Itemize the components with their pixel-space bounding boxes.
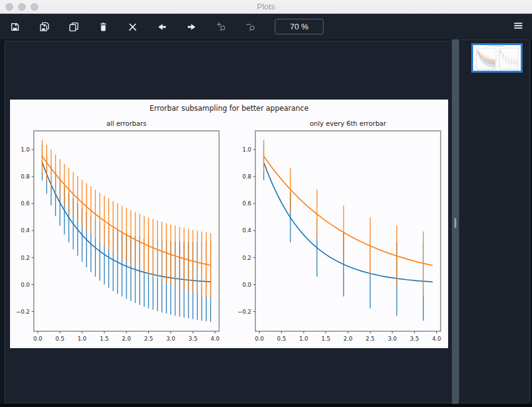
save-plot-button[interactable]	[10, 22, 20, 32]
svg-text:2.0: 2.0	[344, 336, 353, 342]
next-plot-button[interactable]	[187, 22, 197, 32]
pane-splitter[interactable]	[452, 39, 459, 404]
plots-toolbar: 70 %	[0, 14, 532, 39]
svg-text:0.2: 0.2	[21, 255, 29, 261]
svg-text:0.0: 0.0	[255, 336, 264, 342]
svg-text:0.8: 0.8	[21, 173, 30, 180]
options-menu-button[interactable]	[513, 22, 523, 32]
traffic-lights	[6, 3, 38, 11]
svg-text:1.5: 1.5	[321, 336, 330, 342]
svg-text:0.4: 0.4	[21, 227, 30, 234]
svg-text:0.6: 0.6	[21, 200, 30, 207]
svg-text:0.2: 0.2	[242, 255, 251, 261]
save-all-plots-button[interactable]	[39, 22, 49, 32]
previous-plot-button[interactable]	[157, 22, 167, 32]
svg-text:0.5: 0.5	[56, 336, 64, 342]
zoom-in-icon	[216, 21, 227, 32]
window-bottom-edge	[0, 404, 532, 407]
save-icon	[10, 22, 20, 32]
plots-window: Plots 70 %	[0, 0, 532, 407]
minimize-window-button[interactable]	[18, 3, 26, 11]
svg-text:3.5: 3.5	[188, 336, 197, 342]
svg-text:4.0: 4.0	[210, 336, 220, 342]
svg-text:−0.2: −0.2	[16, 309, 30, 315]
svg-text:1.5: 1.5	[100, 336, 108, 342]
svg-text:1.0: 1.0	[299, 336, 309, 342]
svg-text:2.0: 2.0	[122, 336, 131, 342]
svg-text:0.6: 0.6	[242, 200, 252, 207]
svg-text:3.5: 3.5	[410, 336, 419, 342]
arrow-left-icon	[157, 22, 167, 32]
svg-text:1.0: 1.0	[21, 147, 30, 153]
remove-all-plots-button[interactable]	[128, 22, 138, 32]
svg-text:3.0: 3.0	[388, 336, 397, 342]
svg-text:0.5: 0.5	[277, 336, 286, 342]
svg-text:Errorbar subsampling for bette: Errorbar subsampling for better appearan…	[150, 104, 309, 113]
copy-to-clipboard-button[interactable]	[69, 22, 79, 32]
figure-canvas: Errorbar subsampling for better appearan…	[10, 100, 448, 348]
close-all-icon	[128, 22, 138, 32]
svg-text:4.0: 4.0	[432, 336, 441, 342]
window-title: Plots	[0, 2, 532, 11]
svg-text:0.4: 0.4	[242, 227, 252, 234]
svg-text:0.0: 0.0	[242, 282, 252, 288]
svg-text:all errorbars: all errorbars	[106, 120, 146, 127]
zoom-level-input[interactable]: 70 %	[275, 19, 324, 34]
copy-icon	[69, 22, 79, 32]
svg-text:0.8: 0.8	[242, 173, 252, 180]
svg-text:0.0: 0.0	[33, 336, 43, 342]
svg-text:0.0: 0.0	[21, 282, 30, 288]
titlebar: Plots	[0, 0, 532, 14]
zoom-out-icon	[245, 21, 256, 32]
trash-icon	[98, 22, 108, 32]
svg-text:2.5: 2.5	[144, 336, 153, 342]
zoom-in-button[interactable]	[216, 22, 226, 32]
svg-text:−0.2: −0.2	[238, 309, 252, 315]
thumbnails-pane: Errorbar subsampling for better appearan…	[459, 39, 530, 403]
fullscreen-window-button[interactable]	[31, 3, 38, 11]
zoom-out-button[interactable]	[245, 22, 255, 32]
svg-text:1.0: 1.0	[242, 147, 252, 153]
plot-viewer-pane: Errorbar subsampling for better appearan…	[4, 41, 453, 403]
splitter-handle-icon	[454, 218, 456, 228]
save-all-icon	[39, 22, 49, 32]
svg-text:3.0: 3.0	[166, 336, 176, 342]
svg-text:1.0: 1.0	[78, 336, 87, 342]
close-window-button[interactable]	[6, 3, 13, 11]
svg-text:only every 6th errorbar: only every 6th errorbar	[310, 120, 387, 127]
remove-plot-button[interactable]	[98, 22, 108, 32]
plot-thumbnail-selected[interactable]: Errorbar subsampling for better appearan…	[471, 43, 523, 73]
menu-icon	[513, 21, 523, 33]
arrow-right-icon	[187, 22, 197, 32]
svg-text:2.5: 2.5	[366, 336, 374, 342]
